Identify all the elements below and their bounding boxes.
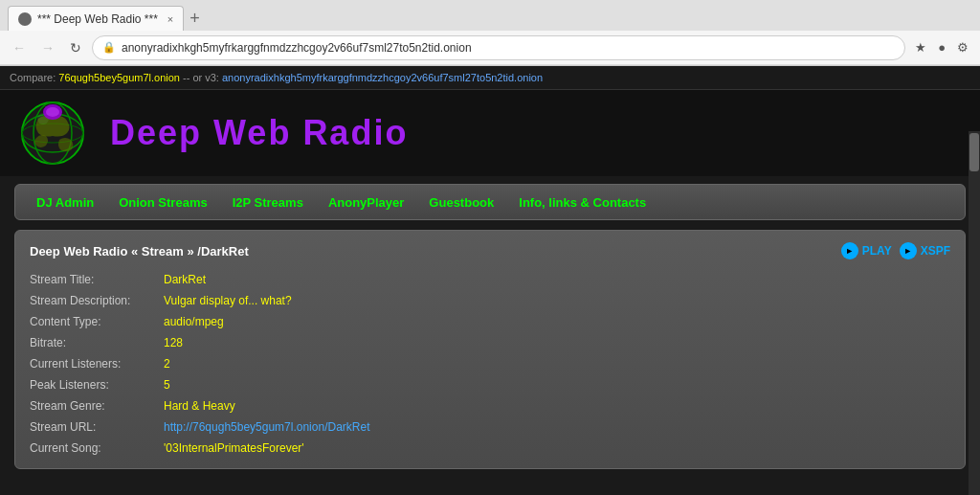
- tab-bar: *** Deep Web Radio *** × +: [0, 0, 980, 31]
- stream-breadcrumb: Deep Web Radio « Stream » /DarkRet: [30, 244, 249, 259]
- label-bitrate: Bitrate:: [30, 334, 164, 351]
- nav-info-links[interactable]: Info, links & Contacts: [507, 188, 657, 217]
- value-stream-title: DarkRet: [164, 271, 950, 288]
- nav-icons: ★ ● ⚙: [911, 38, 972, 56]
- stream-card: Deep Web Radio « Stream » /DarkRet ► PLA…: [14, 230, 966, 469]
- stream-header: Deep Web Radio « Stream » /DarkRet ► PLA…: [30, 242, 950, 259]
- forward-button[interactable]: →: [36, 38, 59, 57]
- label-current-listeners: Current Listeners:: [30, 355, 164, 372]
- nav-anony-player[interactable]: AnonyPlayer: [317, 188, 415, 217]
- label-stream-genre: Stream Genre:: [30, 397, 164, 415]
- label-current-song: Current Song:: [30, 439, 164, 457]
- value-bitrate: 128: [164, 334, 950, 351]
- xspf-button[interactable]: ► XSPF: [900, 242, 950, 259]
- value-current-song: '03InternalPrimatesForever': [164, 439, 950, 457]
- value-peak-listeners: 5: [164, 376, 950, 394]
- label-stream-desc: Stream Description:: [30, 292, 164, 309]
- browser-nav-bar: ← → ↻ 🔒 anonyradixhkgh5myfrkarggfnmdzzhc…: [0, 31, 980, 65]
- nav-onion-streams[interactable]: Onion Streams: [107, 188, 218, 217]
- svg-point-6: [46, 107, 59, 117]
- nav-guestbook[interactable]: Guestbook: [417, 188, 505, 217]
- address-text: anonyradixhkgh5myfrkarggfnmdzzhcgoy2v66u…: [122, 41, 895, 55]
- scrollbar-thumb[interactable]: [969, 133, 979, 171]
- tab-close-button[interactable]: ×: [167, 13, 173, 25]
- value-current-listeners: 2: [164, 355, 950, 372]
- lock-icon: 🔒: [102, 41, 116, 54]
- address-bar[interactable]: 🔒 anonyradixhkgh5myfrkarggfnmdzzhcgoy2v6…: [92, 35, 905, 60]
- label-content-type: Content Type:: [30, 313, 164, 330]
- site-logo: [19, 100, 96, 167]
- play-label: PLAY: [862, 244, 892, 258]
- stream-info: Stream Title: DarkRet Stream Description…: [30, 271, 950, 457]
- site-title: Deep Web Radio: [110, 113, 408, 153]
- compare-v2: 76qugh5bey5gum7l.onion: [58, 72, 180, 83]
- play-icon: ►: [841, 242, 858, 259]
- extensions-button[interactable]: ⚙: [953, 38, 972, 56]
- value-stream-genre: Hard & Heavy: [164, 397, 950, 415]
- label-stream-title: Stream Title:: [30, 271, 164, 288]
- tab-favicon: [18, 12, 32, 26]
- value-stream-url[interactable]: http://76qugh5bey5gum7l.onion/DarkRet: [164, 418, 950, 436]
- nav-i2p-streams[interactable]: I2P Streams: [221, 188, 315, 217]
- stream-actions: ► PLAY ► XSPF: [841, 242, 950, 259]
- compare-separator: -- or v3:: [183, 72, 222, 83]
- site-nav: DJ Admin Onion Streams I2P Streams Anony…: [14, 184, 966, 220]
- new-tab-button[interactable]: +: [189, 10, 200, 27]
- site-header: Deep Web Radio: [0, 90, 980, 176]
- compare-bar: Compare: 76qugh5bey5gum7l.onion -- or v3…: [0, 66, 980, 90]
- value-stream-desc: Vulgar display of... what?: [164, 292, 950, 309]
- scrollbar[interactable]: [969, 131, 980, 495]
- logo-svg: [19, 100, 86, 167]
- nav-dj-admin[interactable]: DJ Admin: [25, 188, 105, 217]
- label-stream-url: Stream URL:: [30, 418, 164, 436]
- page-content: Compare: 76qugh5bey5gum7l.onion -- or v3…: [0, 66, 980, 495]
- bookmark-button[interactable]: ★: [911, 38, 930, 56]
- refresh-button[interactable]: ↻: [65, 38, 86, 57]
- shield-button[interactable]: ●: [934, 38, 949, 56]
- xspf-icon: ►: [900, 242, 917, 259]
- compare-v3[interactable]: anonyradixhkgh5myfrkarggfnmdzzhcgoy2v66u…: [222, 72, 543, 83]
- back-button[interactable]: ←: [8, 38, 31, 57]
- label-peak-listeners: Peak Listeners:: [30, 376, 164, 394]
- main-content: Deep Web Radio « Stream » /DarkRet ► PLA…: [14, 230, 966, 469]
- compare-label: Compare:: [10, 72, 56, 83]
- tab-title: *** Deep Web Radio ***: [37, 12, 158, 26]
- xspf-label: XSPF: [921, 244, 950, 258]
- play-button[interactable]: ► PLAY: [841, 242, 892, 259]
- active-tab[interactable]: *** Deep Web Radio *** ×: [8, 6, 184, 31]
- value-content-type: audio/mpeg: [164, 313, 950, 330]
